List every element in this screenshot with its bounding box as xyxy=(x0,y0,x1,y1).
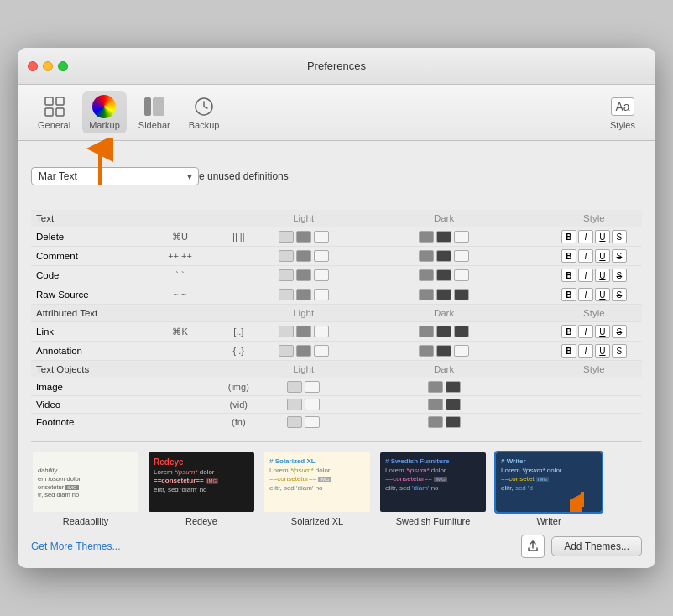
table-row: Raw Source ~ ~ BIUS xyxy=(31,285,642,305)
theme-swedish-wrapper: # Swedish Furniture Lorem *ipsum* dolor … xyxy=(378,451,488,526)
minimize-button[interactable] xyxy=(43,61,53,71)
strike-btn[interactable]: S xyxy=(612,325,627,338)
theme-readability-wrapper: · dability em ipsum dolor onsetetur IMG … xyxy=(31,451,140,526)
close-button[interactable] xyxy=(28,61,38,71)
toolbar: General Markup Sidebar xyxy=(18,85,655,141)
bold-btn[interactable]: B xyxy=(561,288,576,301)
themes-bottom-right: Add Themes... xyxy=(521,535,642,558)
strike-btn[interactable]: S xyxy=(612,230,627,243)
themes-bottom: Get More Themes... Add Themes... xyxy=(31,535,642,558)
definitions-table: Text Light Dark Style Delete ⌘U || || xyxy=(31,210,642,431)
theme-solarized-label: Solarized XL xyxy=(291,516,343,526)
themes-area: · dability em ipsum dolor onsetetur IMG … xyxy=(31,441,642,558)
section-objects-header: Text Objects Light Dark Style xyxy=(31,361,642,378)
styles-label: Styles xyxy=(610,120,635,130)
italic-btn[interactable]: I xyxy=(578,288,593,301)
strike-btn[interactable]: S xyxy=(612,269,627,282)
toolbar-markup[interactable]: Markup xyxy=(82,91,127,133)
maximize-button[interactable] xyxy=(58,61,68,71)
toolbar-sidebar[interactable]: Sidebar xyxy=(132,91,177,133)
definition-dropdown[interactable]: Mar Text MultiMarkdown Markdown xyxy=(31,167,199,185)
svg-rect-1 xyxy=(56,97,64,105)
strike-btn[interactable]: S xyxy=(612,249,627,263)
titlebar: Preferences xyxy=(18,48,655,85)
strike-btn[interactable]: S xyxy=(612,288,627,301)
bold-btn[interactable]: B xyxy=(561,230,576,243)
filter-row: Mar Text MultiMarkdown Markdown ▼ Hide u… xyxy=(31,151,642,201)
underline-btn[interactable]: U xyxy=(595,269,610,282)
col-light-header: Light xyxy=(265,210,342,227)
italic-btn[interactable]: I xyxy=(578,249,593,263)
theme-solarized[interactable]: # Solarized XL Lorem *ipsum* dolor ==con… xyxy=(263,451,372,514)
col-dark-header: Dark xyxy=(405,210,482,227)
get-more-themes-link[interactable]: Get More Themes... xyxy=(31,540,120,552)
table-row: Delete ⌘U || || BIUS xyxy=(31,227,642,247)
toolbar-right: Aa Styles xyxy=(603,91,642,133)
theme-solarized-wrapper: # Solarized XL Lorem *ipsum* dolor ==con… xyxy=(263,451,372,526)
col-style-header: Style xyxy=(546,210,642,227)
section-text-header: Text Light Dark Style xyxy=(31,210,642,227)
themes-scroll: · dability em ipsum dolor onsetetur IMG … xyxy=(31,451,642,526)
preferences-window: Preferences General Marku xyxy=(18,48,655,568)
toolbar-styles[interactable]: Aa Styles xyxy=(603,91,642,133)
sidebar-icon xyxy=(143,95,166,118)
backup-label: Backup xyxy=(189,120,220,130)
underline-btn[interactable]: U xyxy=(595,344,610,358)
theme-readability-label: Readability xyxy=(63,516,108,526)
theme-writer[interactable]: # Writer Lorem *ipsum* dolor ==consetet … xyxy=(494,451,603,514)
table-row: Comment ++ ++ BIUS xyxy=(31,247,642,266)
section-text-label: Text xyxy=(31,210,149,227)
styles-icon: Aa xyxy=(611,95,634,118)
table-row: Footnote (fn) xyxy=(31,414,642,431)
underline-btn[interactable]: U xyxy=(595,249,610,263)
markup-icon xyxy=(92,95,116,118)
theme-swedish-label: Swedish Furniture xyxy=(396,516,471,526)
table-row: Image (img) xyxy=(31,378,642,396)
underline-btn[interactable]: U xyxy=(595,230,610,243)
add-themes-button[interactable]: Add Themes... xyxy=(551,536,642,556)
theme-redeye-label: Redeye xyxy=(185,516,217,526)
bold-btn[interactable]: B xyxy=(561,344,576,358)
underline-btn[interactable]: U xyxy=(595,288,610,301)
dropdown-container: Mar Text MultiMarkdown Markdown ▼ xyxy=(31,167,199,185)
svg-rect-0 xyxy=(45,97,53,105)
theme-swedish[interactable]: # Swedish Furniture Lorem *ipsum* dolor … xyxy=(378,451,488,514)
svg-rect-3 xyxy=(56,108,64,116)
theme-writer-label: Writer xyxy=(536,516,561,526)
main-content: Mar Text MultiMarkdown Markdown ▼ Hide u… xyxy=(18,141,655,568)
italic-btn[interactable]: I xyxy=(578,325,593,338)
bold-btn[interactable]: B xyxy=(561,269,576,282)
general-icon xyxy=(43,95,66,118)
share-button[interactable] xyxy=(521,535,545,558)
sidebar-label: Sidebar xyxy=(138,120,170,130)
toolbar-backup[interactable]: Backup xyxy=(182,91,227,133)
strike-btn[interactable]: S xyxy=(612,344,627,358)
table-row: Annotation { .} BIUS xyxy=(31,342,642,361)
table-row: Link ⌘K [..] BIUS xyxy=(31,322,642,342)
window-title: Preferences xyxy=(307,60,366,72)
backup-icon xyxy=(192,95,216,118)
toolbar-general[interactable]: General xyxy=(31,91,77,133)
theme-readability[interactable]: · dability em ipsum dolor onsetetur IMG … xyxy=(31,451,140,514)
table-row: Video (vid) xyxy=(31,396,642,414)
table-row: Code ` ` BIUS xyxy=(31,266,642,285)
bold-btn[interactable]: B xyxy=(561,325,576,338)
arrow-down-annotation xyxy=(570,488,595,514)
theme-redeye[interactable]: Redeye Lorem *ipsum* dolor ==consetetur=… xyxy=(147,451,256,514)
svg-rect-2 xyxy=(45,108,53,116)
italic-btn[interactable]: I xyxy=(578,269,593,282)
traffic-lights xyxy=(28,61,68,71)
italic-btn[interactable]: I xyxy=(578,230,593,243)
markup-label: Markup xyxy=(89,120,120,130)
italic-btn[interactable]: I xyxy=(578,344,593,358)
toolbar-left: General Markup Sidebar xyxy=(31,91,226,133)
theme-writer-wrapper: # Writer Lorem *ipsum* dolor ==consetet … xyxy=(494,451,603,526)
underline-btn[interactable]: U xyxy=(595,325,610,338)
general-label: General xyxy=(38,120,70,130)
section-attributed-header: Attributed Text Light Dark Style xyxy=(31,305,642,322)
theme-redeye-wrapper: Redeye Lorem *ipsum* dolor ==consetetur=… xyxy=(147,451,256,526)
bold-btn[interactable]: B xyxy=(561,249,576,263)
